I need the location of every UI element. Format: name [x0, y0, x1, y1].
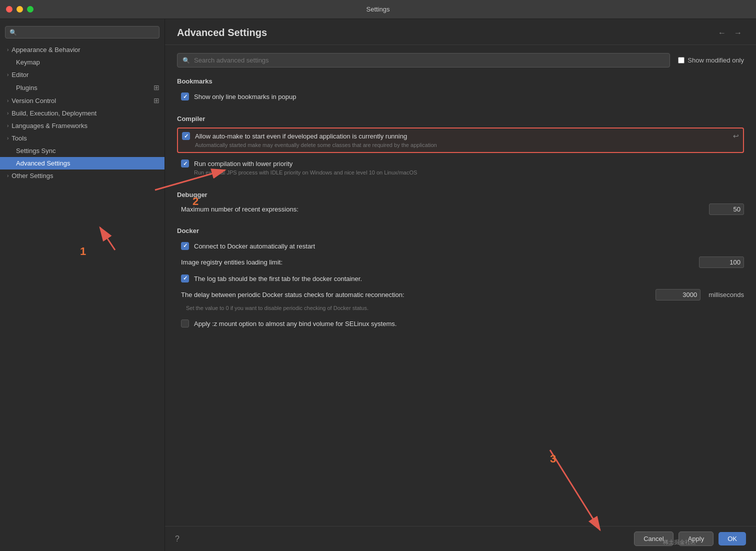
show-modified-label: Show modified only	[688, 56, 744, 64]
content-panel: Advanced Settings ← → 🔍 Show modified on…	[165, 19, 756, 551]
page-title: Advanced Settings	[177, 27, 267, 38]
sidebar-item-editor[interactable]: › Editor	[0, 68, 164, 81]
setting-allow-automake: Allow auto-make to start even if develop…	[177, 128, 744, 153]
window-title: Settings	[366, 6, 390, 13]
sidebar-search[interactable]: 🔍	[5, 26, 160, 38]
content-search-input[interactable]	[194, 56, 664, 64]
debugger-section: Debugger Maximum number of recent expres…	[177, 191, 744, 215]
lower-priority-checkbox[interactable]	[181, 160, 189, 168]
content-body: 🔍 Show modified only Bookmarks Show only…	[165, 45, 756, 526]
sidebar-item-label: Settings Sync	[16, 147, 56, 154]
setting-label-col: Show only line bookmarks in popup	[194, 92, 740, 101]
registry-input[interactable]	[699, 256, 744, 268]
close-button[interactable]	[6, 6, 12, 12]
debugger-title: Debugger	[177, 191, 744, 198]
setting-lower-priority: Run compilation with lower priority Run …	[177, 157, 744, 178]
sidebar-item-appearance[interactable]: › Appearance & Behavior	[0, 44, 164, 56]
setting-label-col: The log tab should be the first tab for …	[194, 274, 740, 283]
window-controls	[6, 6, 34, 12]
sidebar-item-other-settings[interactable]: › Other Settings	[0, 170, 164, 182]
bookmarks-title: Bookmarks	[177, 78, 744, 85]
setting-label-col: Allow auto-make to start even if develop…	[195, 132, 728, 149]
setting-label: The log tab should be the first tab for …	[194, 275, 362, 282]
chevron-icon: ›	[7, 98, 8, 104]
allow-automake-checkbox[interactable]	[182, 132, 190, 140]
milliseconds-label: milliseconds	[708, 291, 744, 298]
setting-label-col: Run compilation with lower priority Run …	[194, 159, 740, 176]
sidebar-item-languages[interactable]: › Languages & Frameworks	[0, 120, 164, 132]
sidebar-item-label: Languages & Frameworks	[12, 122, 88, 130]
nav-forward-button[interactable]: →	[732, 28, 744, 38]
sidebar-item-label: Appearance & Behavior	[12, 46, 80, 54]
log-tab-checkbox[interactable]	[181, 274, 189, 282]
watermark: 稀土掘金社区	[663, 538, 696, 546]
bookmarks-section: Bookmarks Show only line bookmarks in po…	[177, 78, 744, 103]
sidebar-item-tools[interactable]: › Tools	[0, 132, 164, 144]
sidebar-item-label: Version Control	[12, 97, 56, 104]
setting-label: Show only line bookmarks in popup	[194, 93, 296, 100]
sidebar-item-advanced-settings[interactable]: Advanced Settings	[0, 157, 164, 170]
vcs-icon: ⊞	[154, 96, 160, 104]
compiler-section: Compiler Allow auto-make to start even i…	[177, 115, 744, 179]
connect-docker-checkbox[interactable]	[181, 242, 189, 250]
sidebar-item-label: Other Settings	[12, 172, 53, 180]
setting-desc: Run external JPS process with IDLE prior…	[194, 169, 740, 176]
docker-section: Docker Connect to Docker automatically a…	[177, 227, 744, 330]
max-expressions-input[interactable]	[709, 204, 744, 215]
docker-title: Docker	[177, 227, 744, 234]
setting-desc: Automatically started make may eventuall…	[195, 142, 728, 149]
setting-label: Allow auto-make to start even if develop…	[195, 132, 407, 140]
main-layout: 🔍 › Appearance & Behavior Keymap › Edito…	[0, 19, 756, 551]
sidebar-item-label: Build, Execution, Deployment	[12, 110, 96, 117]
max-expressions-label: Maximum number of recent expressions:	[181, 206, 704, 213]
sidebar: 🔍 › Appearance & Behavior Keymap › Edito…	[0, 19, 165, 551]
show-modified-checkbox[interactable]	[678, 57, 684, 64]
setting-label: Connect to Docker automatically at resta…	[194, 242, 315, 250]
sidebar-item-build-execution[interactable]: › Build, Execution, Deployment	[0, 107, 164, 120]
sidebar-item-label: Editor	[12, 71, 28, 78]
setting-log-tab: The log tab should be the first tab for …	[177, 272, 744, 285]
help-button[interactable]: ?	[175, 534, 180, 544]
sidebar-item-version-control[interactable]: › Version Control ⊞	[0, 94, 164, 107]
chevron-icon: ›	[7, 173, 8, 178]
sidebar-item-keymap[interactable]: Keymap	[0, 56, 164, 68]
sidebar-item-label: Plugins	[16, 84, 38, 92]
titlebar: Settings	[0, 0, 756, 19]
setting-selinux: Apply :z mount option to almost any bind…	[177, 317, 744, 330]
show-line-bookmarks-checkbox[interactable]	[181, 92, 189, 100]
chevron-icon: ›	[7, 123, 8, 128]
chevron-icon: ›	[7, 72, 8, 78]
max-expressions-row: Maximum number of recent expressions:	[177, 204, 744, 215]
sidebar-item-settings-sync[interactable]: Settings Sync	[0, 144, 164, 157]
chevron-icon: ›	[7, 110, 8, 116]
sidebar-item-label: Tools	[12, 134, 26, 142]
maximize-button[interactable]	[27, 6, 34, 12]
delay-label: The delay between periodic Docker status…	[181, 291, 650, 298]
setting-label-col: Apply :z mount option to almost any bind…	[194, 319, 740, 328]
sidebar-item-label: Keymap	[16, 58, 40, 66]
search-icon: 🔍	[182, 57, 190, 64]
chevron-icon: ›	[7, 47, 8, 52]
chevron-icon: ›	[7, 136, 8, 141]
content-search-row: 🔍 Show modified only	[177, 53, 744, 68]
search-icon: 🔍	[10, 29, 17, 36]
nav-back-button[interactable]: ←	[716, 28, 728, 38]
nav-arrows: ← →	[716, 28, 744, 38]
setting-label-col: Connect to Docker automatically at resta…	[194, 242, 740, 250]
registry-row: Image registry entities loading limit:	[177, 256, 744, 268]
sidebar-search-input[interactable]	[20, 28, 155, 36]
delay-input[interactable]	[656, 289, 700, 300]
show-modified-row: Show modified only	[678, 56, 744, 64]
setting-label: Apply :z mount option to almost any bind…	[194, 320, 396, 328]
sidebar-item-plugins[interactable]: Plugins ⊞	[0, 81, 164, 94]
setting-label: Run compilation with lower priority	[194, 160, 292, 168]
delay-row: The delay between periodic Docker status…	[177, 289, 744, 300]
compiler-title: Compiler	[177, 115, 744, 122]
delay-desc: Set the value to 0 if you want to disabl…	[177, 304, 744, 312]
undo-icon[interactable]: ↩	[733, 132, 739, 140]
content-header: Advanced Settings ← →	[165, 19, 756, 45]
ok-button[interactable]: OK	[718, 532, 746, 546]
content-search[interactable]: 🔍	[177, 53, 670, 68]
selinux-checkbox[interactable]	[181, 320, 189, 328]
minimize-button[interactable]	[16, 6, 23, 12]
